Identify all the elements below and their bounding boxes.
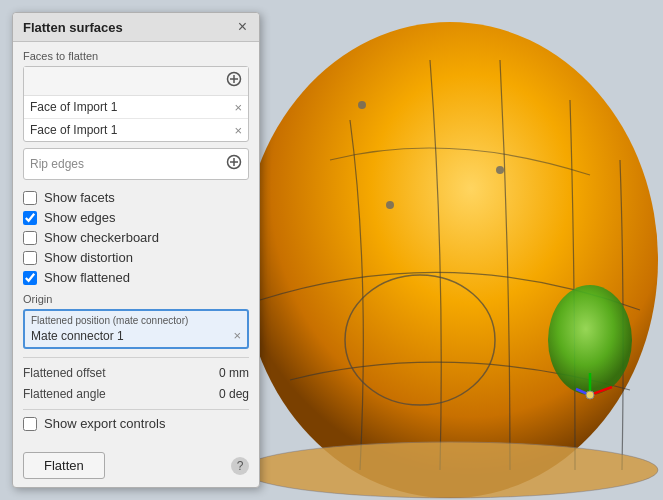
flatten-panel: Flatten surfaces × Faces to flatten Face… [12, 12, 260, 488]
flattened-angle-label: Flattened angle [23, 387, 106, 401]
checkbox-show-export: Show export controls [23, 416, 249, 431]
show-export-checkbox[interactable] [23, 417, 37, 431]
panel-body: Faces to flatten Face of Import 1 × Face… [13, 42, 259, 446]
show-distortion-label: Show distortion [44, 250, 133, 265]
face-1-label: Face of Import 1 [30, 100, 117, 114]
origin-section: Origin Flattened position (mate connecto… [23, 293, 249, 349]
checkbox-show-edges: Show edges [23, 210, 249, 225]
checkbox-show-facets: Show facets [23, 190, 249, 205]
checkbox-show-flattened: Show flattened [23, 270, 249, 285]
show-checkerboard-checkbox[interactable] [23, 231, 37, 245]
show-edges-checkbox[interactable] [23, 211, 37, 225]
flatten-button[interactable]: Flatten [23, 452, 105, 479]
svg-point-12 [586, 391, 594, 399]
mate-connector-value: Mate connector 1 [31, 329, 124, 343]
face-row-1: Face of Import 1 × [24, 96, 248, 119]
hemisphere [242, 22, 658, 498]
show-checkerboard-label: Show checkerboard [44, 230, 159, 245]
mate-connector-row: Mate connector 1 × [31, 328, 241, 343]
checkbox-show-checkerboard: Show checkerboard [23, 230, 249, 245]
svg-point-6 [496, 166, 504, 174]
show-distortion-checkbox[interactable] [23, 251, 37, 265]
panel-footer: Flatten ? [13, 446, 259, 487]
svg-point-7 [242, 442, 658, 498]
remove-face-2-button[interactable]: × [234, 124, 242, 137]
origin-sublabel: Flattened position (mate connector) [31, 315, 241, 326]
svg-point-5 [386, 201, 394, 209]
panel-header: Flatten surfaces × [13, 13, 259, 42]
show-flattened-label: Show flattened [44, 270, 130, 285]
origin-label: Origin [23, 293, 249, 305]
origin-box: Flattened position (mate connector) Mate… [23, 309, 249, 349]
flattened-angle-value: 0 deg [219, 387, 249, 401]
add-face-button[interactable] [226, 71, 242, 91]
panel-title: Flatten surfaces [23, 20, 123, 35]
faces-section-label: Faces to flatten [23, 50, 249, 62]
add-rip-edge-button[interactable] [226, 154, 242, 174]
divider-1 [23, 357, 249, 358]
face-row-2: Face of Import 1 × [24, 119, 248, 141]
flattened-offset-row: Flattened offset 0 mm [23, 364, 249, 382]
face-2-label: Face of Import 1 [30, 123, 117, 137]
show-flattened-checkbox[interactable] [23, 271, 37, 285]
faces-header-row [24, 67, 248, 96]
show-export-label: Show export controls [44, 416, 165, 431]
show-facets-checkbox[interactable] [23, 191, 37, 205]
remove-mate-connector-button[interactable]: × [233, 328, 241, 343]
remove-face-1-button[interactable]: × [234, 101, 242, 114]
faces-list: Face of Import 1 × Face of Import 1 × [23, 66, 249, 142]
rip-edges-label: Rip edges [30, 157, 84, 171]
checkbox-show-distortion: Show distortion [23, 250, 249, 265]
close-button[interactable]: × [236, 19, 249, 35]
rip-edges-row: Rip edges [23, 148, 249, 180]
svg-point-4 [358, 101, 366, 109]
flattened-angle-row: Flattened angle 0 deg [23, 385, 249, 403]
show-edges-label: Show edges [44, 210, 116, 225]
divider-2 [23, 409, 249, 410]
flattened-offset-value: 0 mm [219, 366, 249, 380]
help-icon[interactable]: ? [231, 457, 249, 475]
show-facets-label: Show facets [44, 190, 115, 205]
flattened-offset-label: Flattened offset [23, 366, 106, 380]
